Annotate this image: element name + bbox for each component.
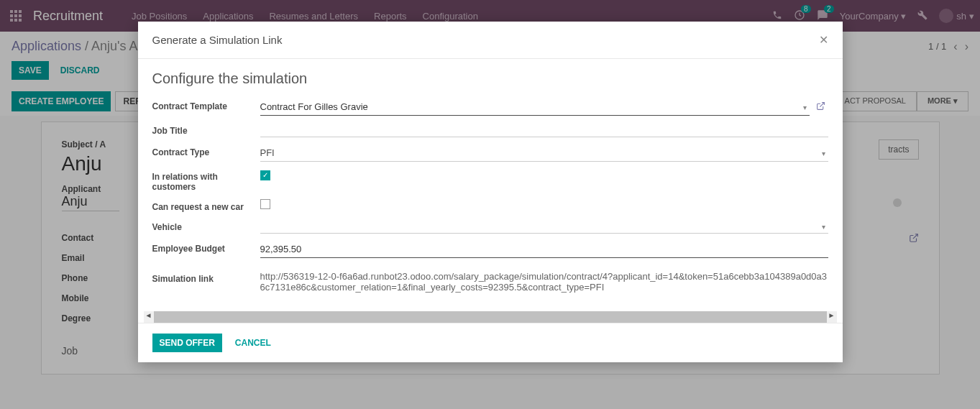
contract-template-input[interactable] bbox=[260, 98, 810, 116]
modal-dialog: Generate a Simulation Link ✕ Configure t… bbox=[138, 22, 843, 362]
chevron-down-icon[interactable]: ▾ bbox=[803, 104, 807, 111]
modal-header: Generate a Simulation Link ✕ bbox=[138, 22, 843, 59]
label-new-car: Can request a new car bbox=[152, 199, 260, 212]
job-title-input[interactable] bbox=[260, 123, 828, 137]
close-icon[interactable]: ✕ bbox=[819, 33, 828, 47]
row-new-car: Can request a new car bbox=[152, 199, 828, 212]
row-contract-type: Contract Type PFI ▾ bbox=[152, 144, 828, 162]
chevron-down-icon[interactable]: ▾ bbox=[822, 150, 825, 157]
employee-budget-input[interactable] bbox=[260, 241, 828, 258]
relations-checkbox[interactable]: ✓ bbox=[260, 170, 270, 180]
modal-footer: SEND OFFER CANCEL bbox=[138, 323, 843, 362]
modal-body: Configure the simulation Contract Templa… bbox=[138, 59, 843, 311]
row-job-title: Job Title bbox=[152, 123, 828, 137]
label-contract-type: Contract Type bbox=[152, 144, 260, 157]
modal-subtitle: Configure the simulation bbox=[152, 70, 828, 87]
label-job-title: Job Title bbox=[152, 123, 260, 136]
row-employee-budget: Employee Budget bbox=[152, 241, 828, 258]
chevron-down-icon[interactable]: ▾ bbox=[822, 223, 825, 231]
send-offer-button[interactable]: SEND OFFER bbox=[152, 334, 222, 352]
cancel-button[interactable]: CANCEL bbox=[228, 334, 278, 352]
label-relations: In relations with customers bbox=[152, 169, 260, 192]
horizontal-scrollbar[interactable] bbox=[144, 311, 837, 323]
label-employee-budget: Employee Budget bbox=[152, 241, 260, 254]
label-sim-link: Simulation link bbox=[152, 271, 260, 284]
row-vehicle: Vehicle ▾ bbox=[152, 219, 828, 234]
svg-line-11 bbox=[820, 103, 824, 107]
contract-type-select[interactable]: PFI bbox=[260, 144, 828, 162]
modal-title: Generate a Simulation Link bbox=[152, 34, 283, 46]
label-contract-template: Contract Template bbox=[152, 98, 260, 111]
vehicle-select[interactable] bbox=[260, 219, 828, 234]
label-vehicle: Vehicle bbox=[152, 219, 260, 232]
row-relations: In relations with customers ✓ bbox=[152, 169, 828, 192]
sim-link-text: http://536319-12-0-f6a6ad.runbot23.odoo.… bbox=[260, 271, 828, 293]
new-car-checkbox[interactable] bbox=[260, 199, 270, 209]
row-sim-link: Simulation link http://536319-12-0-f6a6a… bbox=[152, 271, 828, 293]
row-contract-template: Contract Template ▾ bbox=[152, 98, 828, 116]
external-link-icon[interactable] bbox=[816, 101, 825, 113]
